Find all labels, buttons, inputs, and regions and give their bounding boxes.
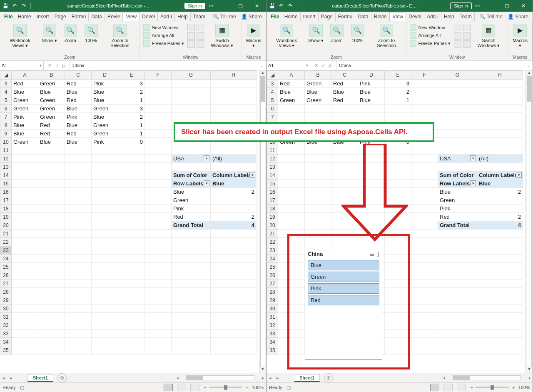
cell-H7[interactable] bbox=[477, 113, 523, 121]
macros-button[interactable]: ▶Macros ▾ bbox=[510, 23, 531, 49]
cell-G31[interactable] bbox=[172, 313, 211, 321]
cell-E4[interactable]: 2 bbox=[118, 88, 145, 96]
cell-C5[interactable]: Red bbox=[65, 96, 92, 105]
cell-F28[interactable] bbox=[145, 288, 172, 296]
cell-E31[interactable] bbox=[385, 313, 411, 321]
row-9[interactable]: 9 bbox=[0, 130, 12, 138]
zoom-value[interactable]: 100% bbox=[252, 385, 264, 390]
close-button[interactable]: ✕ bbox=[516, 0, 531, 12]
col-A[interactable]: A bbox=[278, 71, 305, 80]
cell-A34[interactable] bbox=[12, 338, 38, 346]
cell-F22[interactable] bbox=[145, 238, 172, 246]
cell-F7[interactable] bbox=[411, 113, 438, 121]
cell-F6[interactable] bbox=[411, 105, 438, 113]
window-mini2-1[interactable] bbox=[463, 32, 471, 40]
ribbon-workbook-views-[interactable]: 🔍Workbook Views ▾ bbox=[2, 23, 39, 49]
maximize-button[interactable]: ▢ bbox=[499, 0, 514, 12]
cell-H30[interactable] bbox=[477, 305, 523, 313]
col-G[interactable]: G bbox=[172, 71, 211, 80]
cell-E34[interactable] bbox=[118, 338, 145, 346]
cell-D22[interactable] bbox=[92, 238, 118, 246]
tab-home[interactable]: Home bbox=[282, 12, 301, 21]
cell-B20[interactable] bbox=[305, 221, 331, 230]
row-23[interactable]: 23 bbox=[0, 246, 12, 255]
cell-C22[interactable] bbox=[65, 238, 92, 246]
tab-formu[interactable]: Formu bbox=[69, 12, 89, 21]
cell-A19[interactable] bbox=[278, 213, 305, 221]
cell-F22[interactable] bbox=[411, 238, 438, 246]
cell-F12[interactable] bbox=[411, 155, 438, 163]
cell-E23[interactable] bbox=[385, 246, 411, 255]
cell-E21[interactable] bbox=[118, 230, 145, 238]
cell-G6[interactable] bbox=[438, 105, 477, 113]
window-mini2-0[interactable] bbox=[463, 24, 471, 31]
cell-F3[interactable] bbox=[145, 80, 172, 88]
cell-G10[interactable] bbox=[438, 138, 477, 146]
cell-D5[interactable]: Blue bbox=[358, 96, 385, 105]
select-all[interactable]: ◢ bbox=[0, 71, 12, 80]
cell-F26[interactable] bbox=[411, 271, 438, 280]
ribbon-new-window[interactable]: New Window bbox=[408, 24, 452, 31]
cell-E25[interactable] bbox=[385, 263, 411, 271]
cell-H19[interactable]: 2 bbox=[211, 213, 257, 221]
zoom-value[interactable]: 100% bbox=[518, 385, 530, 390]
row-14[interactable]: 14 bbox=[0, 171, 12, 180]
ribbon-zoom[interactable]: 🔍Zoom bbox=[60, 23, 80, 44]
cell-H26[interactable] bbox=[477, 271, 523, 280]
cell-F5[interactable] bbox=[145, 96, 172, 105]
cell-B17[interactable] bbox=[305, 196, 331, 205]
cell-E10[interactable]: 0 bbox=[118, 138, 145, 146]
cell-G23[interactable] bbox=[172, 246, 211, 255]
view-normal[interactable] bbox=[430, 384, 439, 391]
cell-A24[interactable] bbox=[12, 255, 38, 263]
cell-B20[interactable] bbox=[38, 221, 65, 230]
cell-D29[interactable] bbox=[92, 296, 118, 305]
cell-A6[interactable]: Green bbox=[12, 105, 38, 113]
cell-A16[interactable] bbox=[278, 188, 305, 196]
cell-A29[interactable] bbox=[12, 296, 38, 305]
cell-G7[interactable] bbox=[172, 113, 211, 121]
cell-A25[interactable] bbox=[12, 263, 38, 271]
cell-A7[interactable] bbox=[278, 113, 305, 121]
cell-D26[interactable] bbox=[92, 271, 118, 280]
cell-A32[interactable] bbox=[12, 321, 38, 330]
row-7[interactable]: 7 bbox=[267, 113, 278, 121]
cell-C8[interactable]: Blue bbox=[65, 121, 92, 130]
cell-F21[interactable] bbox=[411, 230, 438, 238]
clear-filter-icon[interactable]: ⟆ bbox=[377, 251, 379, 257]
cell-H17[interactable] bbox=[211, 196, 257, 205]
cell-G28[interactable] bbox=[438, 288, 477, 296]
tab-revie[interactable]: Revie bbox=[371, 12, 390, 21]
row-31[interactable]: 31 bbox=[0, 313, 12, 321]
cell-D3[interactable]: Pink bbox=[92, 80, 118, 88]
redo-icon[interactable]: ↷ bbox=[20, 2, 27, 10]
row-11[interactable]: 11 bbox=[0, 146, 12, 155]
col-D[interactable]: D bbox=[92, 71, 118, 80]
sheet-nav-prev[interactable]: ◂ bbox=[0, 375, 7, 381]
cell-A17[interactable] bbox=[278, 196, 305, 205]
cell-G3[interactable] bbox=[172, 80, 211, 88]
cell-A19[interactable] bbox=[12, 213, 38, 221]
cell-E7[interactable]: 2 bbox=[118, 113, 145, 121]
cell-G27[interactable] bbox=[438, 280, 477, 288]
row-3[interactable]: 3 bbox=[0, 80, 12, 88]
cell-G19[interactable]: Red bbox=[172, 213, 211, 221]
tab-team[interactable]: Team bbox=[457, 12, 475, 21]
cell-F20[interactable] bbox=[145, 221, 172, 230]
cell-D24[interactable] bbox=[92, 255, 118, 263]
cell-H7[interactable] bbox=[211, 113, 257, 121]
sheet-nav-prev[interactable]: ◂ bbox=[266, 375, 274, 381]
cell-F33[interactable] bbox=[145, 330, 172, 338]
cell-A25[interactable] bbox=[278, 263, 305, 271]
cell-G24[interactable] bbox=[438, 255, 477, 263]
cell-F20[interactable] bbox=[411, 221, 438, 230]
tab-insert[interactable]: Insert bbox=[34, 12, 52, 21]
cell-B35[interactable] bbox=[38, 346, 65, 355]
tab-add-i[interactable]: Add-i bbox=[424, 12, 441, 21]
slicer-item-green[interactable]: Green bbox=[308, 272, 379, 282]
cell-F34[interactable] bbox=[145, 338, 172, 346]
cell-B5[interactable]: Green bbox=[38, 96, 65, 105]
tab-revie[interactable]: Revie bbox=[105, 12, 123, 21]
tab-help[interactable]: Help bbox=[441, 12, 457, 21]
cell-D21[interactable] bbox=[92, 230, 118, 238]
